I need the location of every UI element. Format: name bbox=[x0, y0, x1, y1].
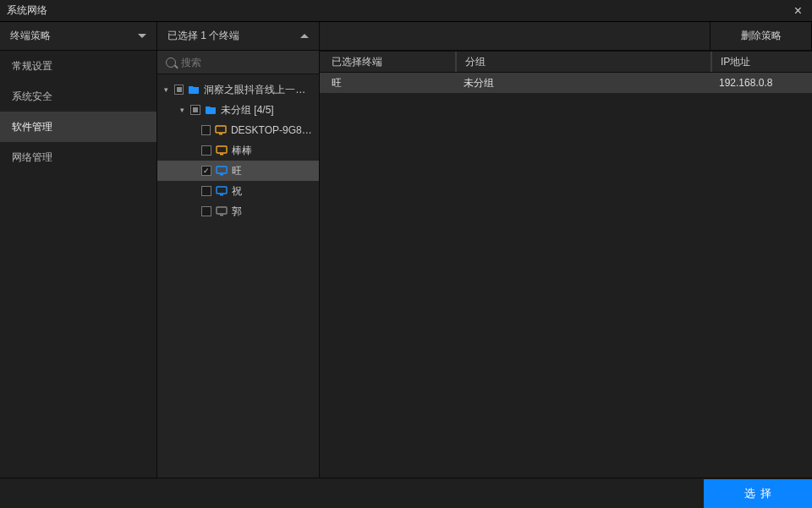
tree: ▾ 洞察之眼抖音线上一部 [4... ▾ 未分组 [4/5] DESKTOP-9… bbox=[157, 74, 319, 478]
checkbox[interactable] bbox=[174, 85, 184, 95]
column-header-terminal[interactable]: 已选择终端 bbox=[320, 52, 455, 72]
svg-rect-2 bbox=[217, 146, 227, 153]
checkbox[interactable] bbox=[201, 166, 211, 176]
svg-rect-0 bbox=[216, 126, 226, 133]
tree-item[interactable]: 祝 bbox=[157, 181, 319, 201]
toolbar-spacer bbox=[320, 22, 710, 50]
tree-item[interactable]: 棒棒 bbox=[157, 140, 319, 161]
table-row[interactable]: 旺 未分组 192.168.0.8 bbox=[320, 73, 812, 93]
tree-label: 未分组 [4/5] bbox=[221, 103, 274, 117]
column-header-ip[interactable]: IP地址 bbox=[710, 52, 812, 72]
svg-rect-7 bbox=[220, 194, 223, 195]
svg-rect-8 bbox=[217, 207, 227, 214]
delete-policy-label: 删除策略 bbox=[741, 29, 782, 43]
sidebar-item-security[interactable]: 系统安全 bbox=[0, 81, 156, 112]
select-button-label: 选择 bbox=[739, 486, 776, 501]
table-header: 已选择终端 分组 IP地址 bbox=[320, 51, 812, 73]
tree-label: 棒棒 bbox=[232, 144, 252, 158]
checkbox[interactable] bbox=[201, 206, 211, 216]
policy-dropdown[interactable]: 终端策略 bbox=[0, 22, 157, 50]
tree-root[interactable]: ▾ 洞察之眼抖音线上一部 [4... bbox=[157, 79, 319, 100]
select-button[interactable]: 选择 bbox=[704, 479, 812, 508]
checkbox[interactable] bbox=[190, 105, 200, 115]
tree-label: DESKTOP-9G8NA... bbox=[231, 124, 314, 136]
tree-label: 旺 bbox=[232, 164, 242, 178]
column-header-group[interactable]: 分组 bbox=[455, 52, 710, 72]
selected-dropdown[interactable]: 已选择 1 个终端 bbox=[157, 22, 320, 50]
svg-rect-6 bbox=[217, 187, 227, 194]
chevron-down-icon[interactable]: ▾ bbox=[178, 106, 186, 114]
search-icon bbox=[166, 57, 176, 68]
tree-label: 祝 bbox=[232, 184, 242, 199]
tree-label: 郭 bbox=[232, 205, 242, 219]
policy-label: 终端策略 bbox=[10, 29, 51, 43]
chevron-down-icon bbox=[138, 34, 146, 38]
sidebar: 常规设置 系统安全 软件管理 网络管理 bbox=[0, 51, 157, 478]
window-title: 系统网络 bbox=[7, 3, 47, 18]
monitor-icon bbox=[216, 186, 228, 196]
footer: 选择 bbox=[0, 478, 812, 508]
svg-rect-9 bbox=[220, 215, 223, 216]
svg-rect-1 bbox=[219, 134, 222, 134]
tree-group[interactable]: ▾ 未分组 [4/5] bbox=[157, 100, 319, 120]
sidebar-item-label: 系统安全 bbox=[12, 90, 52, 104]
cell-group: 未分组 bbox=[455, 76, 710, 90]
tree-item[interactable]: 旺 bbox=[157, 161, 319, 181]
search-input[interactable] bbox=[181, 57, 310, 68]
checkbox[interactable] bbox=[201, 125, 211, 135]
cell-terminal: 旺 bbox=[320, 76, 455, 90]
svg-rect-4 bbox=[217, 167, 227, 173]
folder-icon bbox=[188, 85, 200, 95]
cell-ip: 192.168.0.8 bbox=[710, 77, 812, 89]
sidebar-item-label: 常规设置 bbox=[12, 59, 52, 74]
delete-policy-button[interactable]: 删除策略 bbox=[710, 22, 812, 50]
close-icon[interactable]: × bbox=[791, 3, 805, 19]
table-body: 旺 未分组 192.168.0.8 bbox=[320, 73, 812, 478]
monitor-icon bbox=[216, 145, 228, 156]
svg-rect-3 bbox=[220, 154, 223, 155]
tree-label: 洞察之眼抖音线上一部 [4... bbox=[204, 83, 314, 97]
sidebar-item-general[interactable]: 常规设置 bbox=[0, 51, 156, 81]
selected-label: 已选择 1 个终端 bbox=[167, 29, 239, 43]
sidebar-item-label: 网络管理 bbox=[12, 150, 52, 165]
toolbar: 终端策略 已选择 1 个终端 删除策略 bbox=[0, 22, 812, 51]
checkbox[interactable] bbox=[201, 186, 211, 196]
checkbox[interactable] bbox=[201, 145, 211, 156]
tree-item[interactable]: DESKTOP-9G8NA... bbox=[157, 120, 319, 140]
main-panel: 已选择终端 分组 IP地址 旺 未分组 192.168.0.8 bbox=[320, 51, 812, 478]
sidebar-item-network[interactable]: 网络管理 bbox=[0, 142, 156, 172]
monitor-icon bbox=[216, 166, 228, 176]
sidebar-item-software[interactable]: 软件管理 bbox=[0, 112, 156, 142]
svg-rect-5 bbox=[220, 174, 223, 175]
monitor-icon bbox=[215, 125, 227, 135]
tree-panel: ▾ 洞察之眼抖音线上一部 [4... ▾ 未分组 [4/5] DESKTOP-9… bbox=[157, 51, 320, 478]
search-box[interactable] bbox=[157, 51, 319, 74]
chevron-up-icon bbox=[300, 34, 309, 38]
folder-icon bbox=[205, 105, 217, 115]
tree-item[interactable]: 郭 bbox=[157, 201, 319, 221]
titlebar: 系统网络 × bbox=[0, 0, 812, 22]
chevron-down-icon[interactable]: ▾ bbox=[162, 85, 170, 94]
sidebar-item-label: 软件管理 bbox=[12, 120, 52, 134]
monitor-icon bbox=[216, 206, 228, 216]
